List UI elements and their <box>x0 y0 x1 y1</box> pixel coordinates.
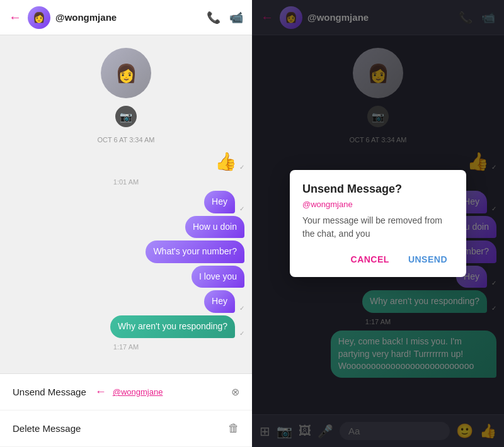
delete-message-item[interactable]: Delete Message 🗑 <box>0 410 252 447</box>
left-avatar[interactable]: 👩 <box>28 6 50 29</box>
unsend-arrow-icon: ← <box>95 385 106 399</box>
left-profile-image-area: 👩 <box>8 42 244 101</box>
left-check2: ✓ <box>239 205 244 212</box>
left-chat-area: 👩 📷 OCT 6 AT 3:34 AM 👍 ✓ 1:01 AM Hey ✓ H… <box>0 35 252 373</box>
dialog-overlay: Unsend Message? @wongmjane Your message … <box>252 0 504 447</box>
right-panel: ← 👩 @wongmjane 📞 📹 👩 📷 OCT 6 AT 3:34 AM … <box>252 0 504 447</box>
left-time2: 1:17 AM <box>8 343 244 351</box>
left-msg-row-3: What's your number? <box>8 240 244 263</box>
dialog-mention: @wongmjane <box>302 200 454 209</box>
dialog-title: Unsend Message? <box>302 183 454 196</box>
left-chat-header: ← 👩 @wongmjane 📞 📹 <box>0 0 252 35</box>
unsend-close-icon[interactable]: ⊗ <box>231 386 239 398</box>
unsend-mention: @wongmjane <box>113 387 163 397</box>
left-check1: ✓ <box>239 164 244 171</box>
unsend-message-title: Unsend Message <box>13 387 86 397</box>
left-msg-row-5: Hey ✓ <box>8 290 244 313</box>
left-msg-row-4: I love you <box>8 266 244 288</box>
unsend-dialog: Unsend Message? @wongmjane Your message … <box>290 170 466 277</box>
left-camera-row: 📷 <box>8 103 244 130</box>
delete-item-left: Delete Message <box>13 423 81 434</box>
unsend-button[interactable]: UNSEND <box>402 251 454 268</box>
delete-message-title: Delete Message <box>13 423 81 434</box>
left-profile-image: 👩 <box>101 48 151 98</box>
left-bubble-2[interactable]: How u doin <box>185 216 244 239</box>
left-bubble-3[interactable]: What's your number? <box>146 240 244 263</box>
unsend-message-item[interactable]: Unsend Message ← @wongmjane ⊗ <box>0 374 252 410</box>
left-bubble-1[interactable]: Hey <box>204 191 235 213</box>
left-video-icon[interactable]: 📹 <box>229 11 243 25</box>
left-bubble-6[interactable]: Why aren't you responding? <box>110 315 235 338</box>
left-bubble-5[interactable]: Hey <box>204 290 235 313</box>
left-time1: 1:01 AM <box>8 178 244 186</box>
dialog-body: Your message will be removed from the ch… <box>302 214 454 240</box>
delete-icon[interactable]: 🗑 <box>228 422 239 435</box>
left-call-icon[interactable]: 📞 <box>207 11 220 25</box>
cancel-button[interactable]: CANCEL <box>345 251 396 268</box>
left-thumb-up: 👍 ✓ <box>8 151 244 172</box>
left-check6: ✓ <box>239 330 244 337</box>
left-timestamp1: OCT 6 AT 3:34 AM <box>8 136 244 144</box>
left-check5: ✓ <box>239 305 244 312</box>
left-username: @wongmjane <box>55 12 207 23</box>
unsend-item-left: Unsend Message ← @wongmjane <box>13 385 163 399</box>
left-bubble-4[interactable]: I love you <box>192 266 244 288</box>
left-msg-row-6: Why aren't you responding? ✓ <box>8 315 244 338</box>
left-camera-icon[interactable]: 📷 <box>115 106 137 127</box>
left-panel: ← 👩 @wongmjane 📞 📹 👩 📷 OCT 6 AT 3:34 AM … <box>0 0 252 447</box>
left-back-button[interactable]: ← <box>9 10 21 25</box>
left-msg-row-1: Hey ✓ <box>8 191 244 213</box>
dialog-actions: CANCEL UNSEND <box>302 251 454 268</box>
left-msg-row-2: How u doin <box>8 216 244 239</box>
left-header-icons: 📞 📹 <box>207 11 243 25</box>
left-bottom-sheet: Unsend Message ← @wongmjane ⊗ Delete Mes… <box>0 373 252 447</box>
